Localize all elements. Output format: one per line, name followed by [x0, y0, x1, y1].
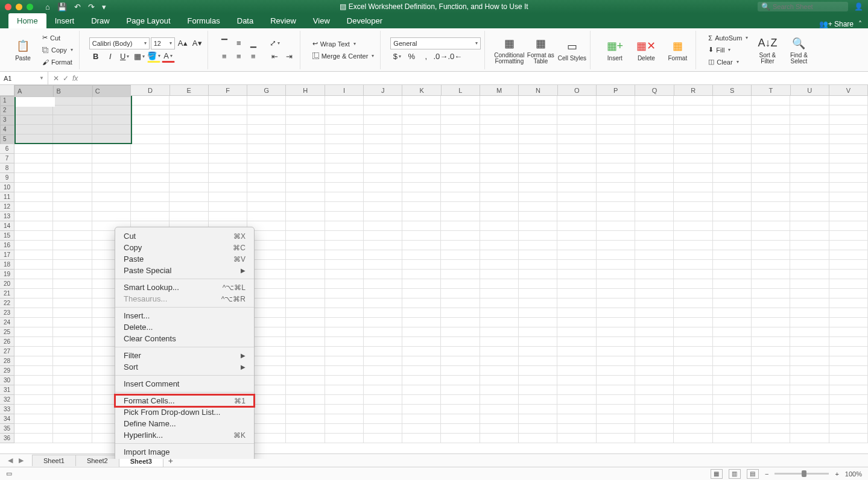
- cell[interactable]: [829, 298, 868, 308]
- cell[interactable]: [402, 318, 441, 327]
- cell[interactable]: [519, 260, 557, 270]
- italic-button[interactable]: I: [104, 51, 117, 63]
- cell[interactable]: [14, 395, 53, 405]
- row-header[interactable]: 15: [0, 231, 14, 241]
- row-header[interactable]: 1: [0, 96, 14, 106]
- column-header[interactable]: G: [247, 85, 286, 96]
- cell[interactable]: [402, 395, 441, 405]
- cell[interactable]: [557, 202, 596, 212]
- column-header[interactable]: S: [713, 85, 752, 96]
- cell[interactable]: [364, 96, 402, 106]
- cell[interactable]: [441, 154, 480, 163]
- cell[interactable]: [519, 192, 557, 202]
- cell[interactable]: [519, 395, 557, 405]
- cell[interactable]: [364, 376, 402, 385]
- cell[interactable]: [713, 405, 752, 414]
- cell[interactable]: [752, 163, 790, 173]
- cell[interactable]: [597, 356, 635, 366]
- column-header[interactable]: D: [131, 85, 169, 96]
- cell[interactable]: [674, 125, 712, 134]
- cell[interactable]: [286, 424, 325, 434]
- cell[interactable]: [441, 434, 480, 443]
- cell[interactable]: [519, 289, 557, 298]
- cell[interactable]: [364, 221, 402, 231]
- cell[interactable]: [247, 183, 286, 192]
- cell[interactable]: [674, 250, 712, 260]
- cell[interactable]: [14, 376, 53, 385]
- cell[interactable]: [364, 250, 402, 260]
- cell[interactable]: [131, 192, 169, 202]
- cell[interactable]: [829, 221, 868, 231]
- cell[interactable]: [402, 414, 441, 424]
- decrease-decimal-button[interactable]: .0←: [448, 51, 461, 63]
- cell[interactable]: [209, 163, 247, 173]
- cell[interactable]: [635, 376, 674, 385]
- cell[interactable]: [209, 144, 247, 154]
- cell[interactable]: [790, 366, 829, 376]
- cell[interactable]: [480, 414, 519, 424]
- row-header[interactable]: 17: [0, 250, 14, 260]
- cell[interactable]: [557, 289, 596, 298]
- row-header[interactable]: 22: [0, 298, 14, 308]
- cell[interactable]: [14, 414, 53, 424]
- cell[interactable]: [402, 260, 441, 270]
- cell[interactable]: [752, 154, 790, 163]
- cell[interactable]: [790, 192, 829, 202]
- cell[interactable]: [635, 434, 674, 443]
- row-header[interactable]: 12: [0, 202, 14, 212]
- cell[interactable]: [674, 298, 712, 308]
- cell[interactable]: [674, 192, 712, 202]
- cell[interactable]: [790, 202, 829, 212]
- cell[interactable]: [597, 154, 635, 163]
- context-menu-item[interactable]: Copy⌘C: [115, 242, 254, 253]
- cell[interactable]: [364, 424, 402, 434]
- cell[interactable]: [480, 434, 519, 443]
- cell[interactable]: [14, 289, 53, 298]
- cell[interactable]: [441, 144, 480, 154]
- cell[interactable]: [247, 192, 286, 202]
- cell[interactable]: [364, 125, 402, 134]
- cell[interactable]: [14, 356, 53, 366]
- column-header[interactable]: U: [791, 85, 829, 96]
- cell[interactable]: [53, 231, 92, 241]
- row-header[interactable]: 7: [0, 154, 14, 163]
- cell[interactable]: [635, 192, 674, 202]
- cell[interactable]: [53, 318, 92, 327]
- cell[interactable]: [441, 231, 480, 241]
- cell[interactable]: [674, 270, 712, 279]
- cell[interactable]: [790, 414, 829, 424]
- cell[interactable]: [480, 125, 519, 134]
- currency-button[interactable]: $▾: [390, 51, 404, 63]
- cell[interactable]: [364, 202, 402, 212]
- cell[interactable]: [247, 173, 286, 183]
- cell[interactable]: [635, 298, 674, 308]
- cell[interactable]: [286, 279, 325, 289]
- cell[interactable]: [713, 327, 752, 337]
- cell[interactable]: [325, 144, 364, 154]
- cell[interactable]: [441, 376, 480, 385]
- context-menu-item[interactable]: Format Cells...⌘1: [115, 395, 254, 406]
- increase-indent-button[interactable]: ⇥: [283, 51, 296, 63]
- cell[interactable]: [674, 356, 712, 366]
- cell[interactable]: [752, 347, 790, 356]
- wrap-text-button[interactable]: ↩Wrap Text▾: [310, 39, 377, 49]
- insert-cells-button[interactable]: ▦+Insert: [600, 31, 629, 69]
- cell[interactable]: [790, 144, 829, 154]
- cell[interactable]: [325, 385, 364, 395]
- cell[interactable]: [829, 260, 868, 270]
- cell[interactable]: [14, 318, 53, 327]
- cell[interactable]: [674, 115, 712, 125]
- cell[interactable]: [441, 337, 480, 347]
- cell[interactable]: [597, 163, 635, 173]
- cell[interactable]: [752, 173, 790, 183]
- cell[interactable]: [790, 183, 829, 192]
- cell[interactable]: [713, 250, 752, 260]
- underline-button[interactable]: U▾: [118, 51, 131, 63]
- cell[interactable]: [752, 356, 790, 366]
- cell[interactable]: [557, 96, 596, 106]
- cell[interactable]: [53, 356, 92, 366]
- cell[interactable]: [286, 327, 325, 337]
- cell[interactable]: [402, 289, 441, 298]
- cell[interactable]: [402, 125, 441, 134]
- column-header[interactable]: B: [53, 85, 92, 97]
